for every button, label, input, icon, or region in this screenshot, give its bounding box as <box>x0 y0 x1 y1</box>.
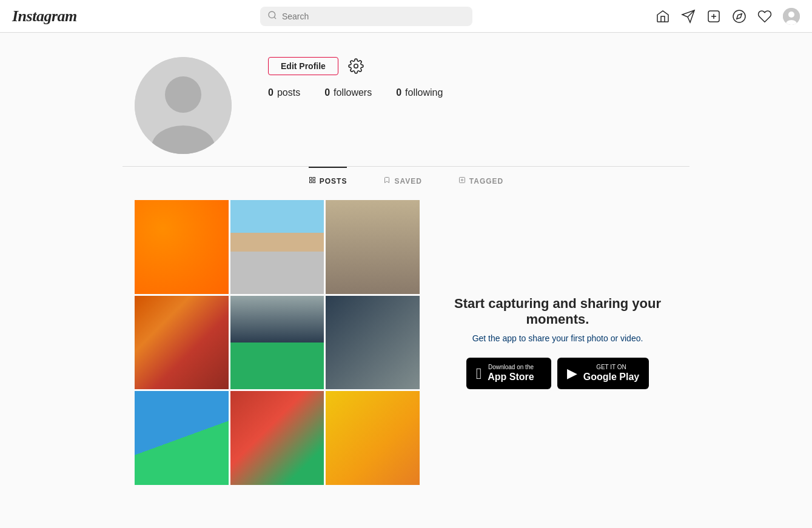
following-label: following <box>405 87 443 98</box>
photo-grid <box>135 200 420 485</box>
googleplay-text: GET IT ON Google Play <box>583 364 639 383</box>
followers-label: followers <box>334 87 372 98</box>
svg-rect-16 <box>309 178 312 180</box>
followers-stat[interactable]: 0 followers <box>324 87 372 98</box>
photo-cell[interactable] <box>230 296 324 390</box>
avatar[interactable] <box>783 8 800 25</box>
content-area: Start capturing and sharing your moments… <box>122 194 690 509</box>
photo-cell[interactable] <box>135 200 229 294</box>
appstore-large-text: App Store <box>488 371 534 383</box>
search-box <box>260 7 472 26</box>
svg-point-21 <box>461 179 463 181</box>
followers-count: 0 <box>324 87 330 98</box>
photo-cell[interactable] <box>135 296 229 390</box>
tagged-tab-label: TAGGED <box>469 177 503 185</box>
profile-section: Edit Profile 0 posts 0 followers 0 follo… <box>122 33 690 166</box>
settings-icon[interactable] <box>348 58 364 74</box>
search-container <box>260 7 472 26</box>
svg-rect-18 <box>309 181 312 183</box>
googleplay-large-text: Google Play <box>583 371 639 383</box>
following-stat[interactable]: 0 following <box>396 87 443 98</box>
tab-posts[interactable]: POSTS <box>309 167 347 194</box>
app-promo: Start capturing and sharing your moments… <box>438 200 677 485</box>
bookmark-icon <box>383 176 391 185</box>
app-buttons:  Download on the App Store ▶ GET IT ON … <box>466 358 649 389</box>
svg-point-0 <box>269 12 275 18</box>
profile-avatar[interactable] <box>135 57 232 154</box>
grid-icon <box>309 176 316 185</box>
svg-point-13 <box>165 76 201 113</box>
stats-row: 0 posts 0 followers 0 following <box>268 87 677 98</box>
svg-rect-19 <box>313 181 315 183</box>
googleplay-small-text: GET IT ON <box>583 364 639 371</box>
svg-marker-8 <box>737 13 742 18</box>
appstore-text: Download on the App Store <box>488 364 534 383</box>
appstore-small-text: Download on the <box>488 364 534 371</box>
home-icon[interactable] <box>656 9 670 24</box>
tab-tagged[interactable]: TAGGED <box>458 167 503 194</box>
photo-cell[interactable] <box>230 391 324 485</box>
likes-icon[interactable] <box>757 9 772 24</box>
posts-stat[interactable]: 0 posts <box>268 87 300 98</box>
explore-icon[interactable] <box>732 9 747 24</box>
profile-top-row: Edit Profile <box>268 57 677 75</box>
posts-label: posts <box>277 87 300 98</box>
googleplay-icon: ▶ <box>567 367 577 380</box>
photo-cell[interactable] <box>230 200 324 294</box>
nav-icons <box>656 8 800 25</box>
photo-cell[interactable] <box>326 391 420 485</box>
photo-cell[interactable] <box>326 296 420 390</box>
add-icon[interactable] <box>706 9 721 24</box>
send-icon[interactable] <box>681 9 696 24</box>
profile-info: Edit Profile 0 posts 0 followers 0 follo… <box>268 57 677 98</box>
search-icon <box>267 10 277 22</box>
header: Instagram <box>0 0 812 33</box>
saved-tab-label: SAVED <box>394 177 421 185</box>
svg-point-7 <box>733 10 745 22</box>
googleplay-button[interactable]: ▶ GET IT ON Google Play <box>557 358 649 389</box>
tabs-row: POSTS SAVED TAGGED <box>122 167 690 194</box>
appstore-button[interactable]:  Download on the App Store <box>466 358 551 389</box>
promo-subtitle: Get the app to share your first photo or… <box>472 333 643 343</box>
posts-count: 0 <box>268 87 273 98</box>
promo-title: Start capturing and sharing your moments… <box>450 296 665 327</box>
following-count: 0 <box>396 87 401 98</box>
posts-tab-label: POSTS <box>320 177 347 185</box>
svg-line-1 <box>274 17 276 19</box>
svg-rect-20 <box>459 178 465 183</box>
search-input[interactable] <box>282 12 465 21</box>
tab-saved[interactable]: SAVED <box>383 167 421 194</box>
instagram-logo: Instagram <box>12 7 77 25</box>
tag-icon <box>458 176 466 185</box>
edit-profile-button[interactable]: Edit Profile <box>268 57 338 75</box>
photo-cell[interactable] <box>135 391 229 485</box>
photo-cell[interactable] <box>326 200 420 294</box>
svg-rect-17 <box>313 178 315 180</box>
svg-point-10 <box>788 12 794 18</box>
apple-icon:  <box>476 366 482 381</box>
svg-point-15 <box>354 64 358 69</box>
